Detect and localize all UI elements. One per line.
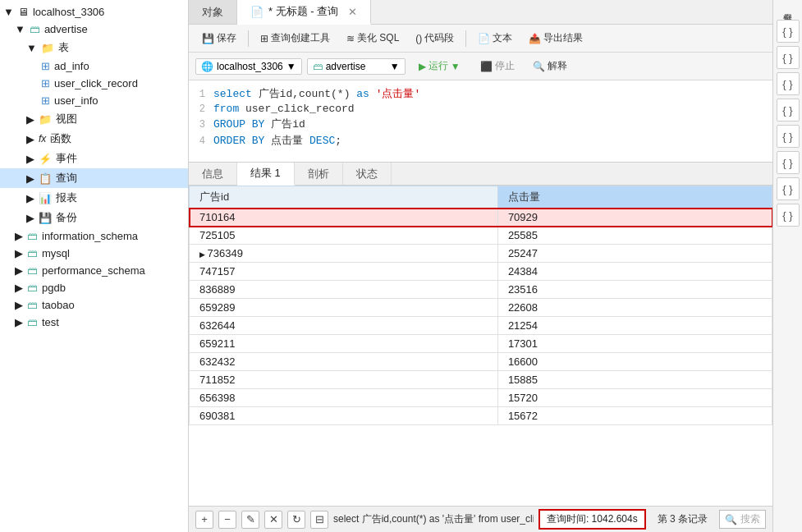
right-panel-btn-8[interactable]: { } <box>777 204 800 227</box>
status-query-text: select 广告id,count(*) as '点击量' from user_… <box>333 512 534 526</box>
table-row[interactable]: 63264421254 <box>190 317 772 335</box>
result-tab-info[interactable]: 信息 <box>189 163 237 185</box>
table-header-row: 广告id 点击量 <box>190 186 772 209</box>
fullscreen-label[interactable]: 全部展 <box>780 3 795 10</box>
chevron-down-icon: ▼ <box>3 6 14 18</box>
table-row[interactable]: ▶ 73634925247 <box>190 245 772 263</box>
code-snippet-button[interactable]: () 代码段 <box>409 30 461 47</box>
table-row[interactable]: 71185215885 <box>190 371 772 389</box>
chevron-right-icon: ▶ <box>15 230 23 242</box>
result-tab-result1[interactable]: 结果 1 <box>237 163 295 186</box>
toolbar: 💾 保存 ⊞ 查询创建工具 ≋ 美化 SQL () 代码段 📄 文本 📤 导出结… <box>189 25 772 53</box>
delete-row-button[interactable]: ✕ <box>264 511 282 529</box>
export-button[interactable]: 📤 导出结果 <box>522 30 589 47</box>
sidebar-item-backup[interactable]: ▶ 💾 备份 <box>0 208 188 227</box>
cell-ad-id: 725105 <box>190 227 498 245</box>
sidebar-item-information-schema[interactable]: ▶ 🗃 information_schema <box>0 227 188 245</box>
result-tab-profile[interactable]: 剖析 <box>295 163 343 185</box>
table-row[interactable]: 63243216600 <box>190 353 772 371</box>
beautify-sql-button[interactable]: ≋ 美化 SQL <box>340 30 406 47</box>
status-search[interactable]: 🔍 搜索 <box>719 510 766 529</box>
sidebar-item-user-click-record[interactable]: ⊞ user_click_record <box>0 75 188 92</box>
sidebar-item-test[interactable]: ▶ 🗃 test <box>0 314 188 331</box>
database-selector[interactable]: 🗃 advertise ▼ <box>307 58 406 75</box>
sidebar-item-tables[interactable]: ▼ 📁 表 <box>0 38 188 57</box>
code-line-3: 3 GROUP BY 广告id <box>189 116 772 132</box>
sidebar-item-pgdb[interactable]: ▶ 🗃 pgdb <box>0 279 188 296</box>
right-panel-btn-1[interactable]: { } <box>777 20 800 43</box>
col-header-ad-id[interactable]: 广告id <box>190 186 498 209</box>
table-row[interactable]: 69038115672 <box>190 407 772 425</box>
table-row[interactable]: 65639815720 <box>190 389 772 407</box>
search-icon: 🔍 <box>725 514 737 525</box>
cell-clicks: 24384 <box>497 263 772 281</box>
sidebar-item-performance-schema[interactable]: ▶ 🗃 performance_schema <box>0 262 188 279</box>
cell-clicks: 15720 <box>497 389 772 407</box>
tab-objects-label: 对象 <box>202 5 223 20</box>
sidebar-item-events[interactable]: ▶ ⚡ 事件 <box>0 149 188 168</box>
sidebar-item-label: 事件 <box>56 151 77 166</box>
edit-row-button[interactable]: ✎ <box>241 511 259 529</box>
table-row[interactable]: 83688923516 <box>190 281 772 299</box>
cell-clicks: 25247 <box>497 245 772 263</box>
query-tool-button[interactable]: ⊞ 查询创建工具 <box>254 30 337 47</box>
text-button[interactable]: 📄 文本 <box>471 30 519 47</box>
right-panel-btn-7[interactable]: { } <box>777 177 800 200</box>
refresh-button[interactable]: ↻ <box>287 511 305 529</box>
result-tab-status[interactable]: 状态 <box>343 163 392 185</box>
database-label: advertise <box>326 61 366 72</box>
explain-button[interactable]: 🔍 解释 <box>526 57 574 75</box>
sidebar-item-views[interactable]: ▶ 📁 视图 <box>0 109 188 129</box>
right-panel-btn-3[interactable]: { } <box>777 72 800 95</box>
right-panel-btn-6[interactable]: { } <box>777 151 800 174</box>
sidebar-item-taobao[interactable]: ▶ 🗃 taobao <box>0 296 188 314</box>
sidebar-item-user-info[interactable]: ⊞ user_info <box>0 92 188 109</box>
connection-selector[interactable]: 🌐 localhost_3306 ▼ <box>195 58 302 75</box>
toolbar-separator <box>248 30 249 47</box>
table-row[interactable]: 65928922608 <box>190 299 772 317</box>
remove-row-button[interactable]: − <box>218 511 236 529</box>
save-button[interactable]: 💾 保存 <box>195 30 243 47</box>
cell-ad-id: 659289 <box>190 299 498 317</box>
sidebar-item-functions[interactable]: ▶ fx 函数 <box>0 129 188 149</box>
tab-query-label: * 无标题 - 查询 <box>268 4 338 19</box>
run-button[interactable]: ▶ 运行 ▼ <box>410 57 469 75</box>
stop-button[interactable]: ⬛ 停止 <box>474 57 521 75</box>
tab-close-icon[interactable]: ✕ <box>348 6 357 18</box>
main-area: 对象 📄 * 无标题 - 查询 ✕ 💾 保存 ⊞ 查询创建工具 ≋ 美化 SQL… <box>189 0 772 532</box>
chevron-right-icon: ▶ <box>26 133 34 145</box>
chevron-right-icon: ▶ <box>26 172 34 185</box>
sql-editor[interactable]: 1 select 广告id,count(*) as '点击量' 2 from u… <box>189 80 772 163</box>
tab-query[interactable]: 📄 * 无标题 - 查询 ✕ <box>237 0 371 25</box>
sidebar-item-label: 视图 <box>56 112 77 126</box>
folder-icon: 📁 <box>41 42 54 54</box>
cell-clicks: 21254 <box>497 317 772 335</box>
table-row[interactable]: 72510525585 <box>190 227 772 245</box>
chevron-right-icon: ▶ <box>26 153 34 165</box>
table-row[interactable]: 65921117301 <box>190 335 772 353</box>
right-panel-btn-5[interactable]: { } <box>777 125 800 148</box>
sidebar-item-queries[interactable]: ▶ 📋 查询 <box>0 168 188 188</box>
toolbar-separator2 <box>465 30 466 47</box>
col-header-clicks[interactable]: 点击量 <box>497 186 772 209</box>
table-row[interactable]: 74715724384 <box>190 263 772 281</box>
chevron-right-icon: ▶ <box>26 113 34 126</box>
tab-objects[interactable]: 对象 <box>189 0 237 24</box>
add-row-button[interactable]: + <box>195 511 213 529</box>
sidebar-item-ad-info[interactable]: ⊞ ad_info <box>0 57 188 75</box>
right-panel-btn-4[interactable]: { } <box>777 99 800 122</box>
export-data-button[interactable]: ⊟ <box>310 511 328 529</box>
report-icon: 📊 <box>39 192 52 204</box>
cell-clicks: 23516 <box>497 281 772 299</box>
sidebar-item-reports[interactable]: ▶ 📊 报表 <box>0 188 188 208</box>
sidebar-item-label: 报表 <box>56 190 77 205</box>
cell-ad-id: 632644 <box>190 317 498 335</box>
status-query-time: 查询时间: 1042.604s <box>538 509 646 530</box>
table-row[interactable]: 71016470929 <box>190 209 772 227</box>
database-icon: 🗃 <box>27 316 38 328</box>
right-panel-btn-2[interactable]: { } <box>777 46 800 69</box>
sidebar-item-localhost[interactable]: ▼ 🖥 localhost_3306 <box>0 3 188 21</box>
sidebar-item-label: ad_info <box>54 60 89 72</box>
sidebar-item-mysql[interactable]: ▶ 🗃 mysql <box>0 245 188 262</box>
sidebar-item-advertise[interactable]: ▼ 🗃 advertise <box>0 21 188 38</box>
